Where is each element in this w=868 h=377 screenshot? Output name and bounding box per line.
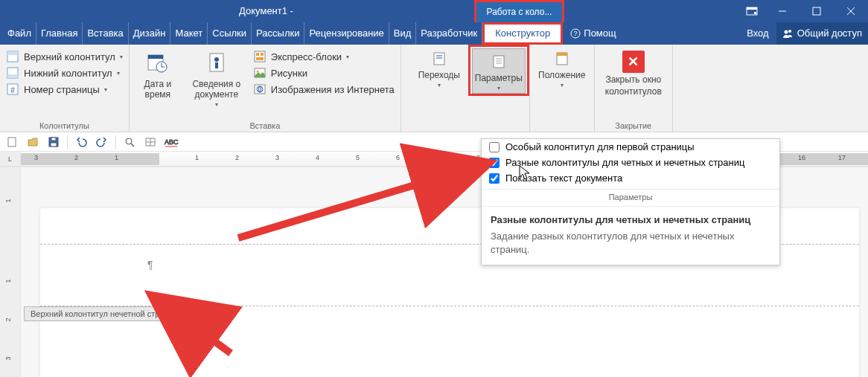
new-icon[interactable] [3,134,21,150]
close-button[interactable] [834,0,868,22]
tab-review[interactable]: Рецензирование [304,22,389,45]
checkbox-odd-even[interactable] [489,158,500,168]
group-insert: Дата и время Сведения о документе▾ Экспр… [130,45,401,132]
header-section-label: Верхний колонтитул нечетной страницы [24,306,191,321]
svg-rect-45 [51,143,57,146]
tab-file[interactable]: Файл [0,22,36,45]
svg-rect-42 [557,53,567,56]
redo-icon[interactable] [93,134,111,150]
svg-text:#: # [10,86,15,94]
group-position: Положение ▾ [529,45,595,132]
svg-rect-26 [256,53,259,56]
tab-view[interactable]: Вид [389,22,417,45]
header-button[interactable]: Верхний колонтитул▾ [4,49,124,64]
title-bar: Документ1 - Word Работа с коло... [0,0,868,22]
doc-info-label: Сведения о документе [188,79,246,100]
tab-references[interactable]: Ссылки [208,22,252,45]
undo-icon[interactable] [72,134,90,150]
tooltip: Разные колонтитулы для четных и нечетных… [482,206,779,265]
designer-highlight: Конструктор [482,22,563,45]
group-insert-label: Вставка [134,120,396,132]
close-line2: колонтитулов [605,86,662,97]
tooltip-title: Разные колонтитулы для четных и нечетных… [491,214,770,225]
spellcheck-icon[interactable]: ABC [162,134,180,150]
svg-rect-14 [7,74,18,78]
option-show-text[interactable]: Показать текст документа [482,170,779,186]
close-icon: ✕ [622,51,645,73]
svg-rect-2 [754,12,756,14]
option-first-page[interactable]: Особый колонтитул для первой страницы [482,139,779,155]
open-icon[interactable] [24,134,42,150]
footer-label: Нижний колонтитул [24,68,112,79]
options-button[interactable]: Параметры ▾ [472,48,526,94]
quick-parts-button[interactable]: Экспресс-блоки▾ [252,49,396,64]
close-header-button[interactable]: ✕ Закрыть окно колонтитулов [599,49,668,97]
tab-design[interactable]: Дизайн [129,22,171,45]
save-icon[interactable] [45,134,63,150]
group-close: ✕ Закрыть окно колонтитулов Закрытие [595,45,673,132]
svg-point-23 [214,57,219,62]
ribbon-display-options-icon[interactable] [738,0,765,22]
option-show-text-label: Показать текст документа [505,173,622,184]
tab-home[interactable]: Главная [36,22,83,45]
help-label: Помощ [584,22,616,45]
tab-designer[interactable]: Конструктор [485,25,561,42]
option-odd-even-label: Разные колонтитулы для четных и нечетных… [505,157,744,168]
context-tool-highlight: Работа с коло... [474,0,565,22]
group-close-label: Закрытие [599,120,668,132]
svg-text:ABC: ABC [165,138,179,146]
svg-rect-18 [148,55,163,59]
option-first-page-label: Особый колонтитул для первой страницы [505,141,695,152]
svg-rect-37 [494,56,504,68]
page-number-button[interactable]: # Номер страницы▾ [4,82,124,97]
ruler-corner[interactable]: L [0,152,21,166]
share-button[interactable]: Общий доступ [776,22,868,45]
checkbox-first-page[interactable] [489,142,500,152]
checkbox-show-text[interactable] [489,173,500,184]
goto-label: Переходы [418,70,460,80]
svg-rect-12 [7,51,18,55]
svg-rect-4 [813,7,820,15]
footer-button[interactable]: Нижний колонтитул▾ [4,65,124,80]
doc-info-button[interactable]: Сведения о документе▾ [188,49,246,108]
goto-button[interactable]: Переходы ▾ [415,49,464,88]
tab-developer[interactable]: Разработчик [416,22,482,45]
popup-section-label: Параметры [482,189,779,206]
header-label: Верхний колонтитул [24,51,115,62]
table-icon[interactable] [141,134,159,150]
position-button[interactable]: Положение ▾ [534,49,590,88]
ribbon: Верхний колонтитул▾ Нижний колонтитул▾ #… [0,45,868,132]
context-tool-tab[interactable]: Работа с коло... [476,2,563,22]
online-pictures-label: Изображения из Интернета [271,84,395,95]
options-popup: Особый колонтитул для первой страницы Ра… [481,138,780,265]
signin-button[interactable]: Вход [739,22,776,45]
svg-text:?: ? [574,30,578,37]
svg-point-9 [784,30,788,34]
options-label: Параметры [475,73,523,83]
tab-layout[interactable]: Макет [170,22,208,45]
tab-mailings[interactable]: Рассылки [252,22,304,45]
print-preview-icon[interactable] [121,134,138,150]
window-controls [765,0,868,22]
share-label: Общий доступ [797,22,862,45]
vertical-ruler[interactable]: 1 1 2 3 [0,167,21,377]
option-odd-even[interactable]: Разные колонтитулы для четных и нечетных… [482,155,779,170]
pictures-button[interactable]: Рисунки [252,65,396,80]
group-nav: Переходы ▾ [410,45,468,132]
tab-help[interactable]: ? Помощ [563,22,623,45]
maximize-button[interactable] [800,0,834,22]
svg-rect-34 [434,53,444,65]
window-title: Документ1 - Word [0,0,298,22]
minimize-button[interactable] [765,0,800,22]
page-number-label: Номер страницы [24,84,100,95]
svg-rect-46 [51,138,56,141]
pilcrow-icon: ¶ [147,259,153,271]
tab-insert[interactable]: Вставка [83,22,128,45]
online-pictures-button[interactable]: Изображения из Интернета [252,82,396,97]
date-time-label: Дата и время [134,79,182,100]
date-time-button[interactable]: Дата и время [134,49,182,100]
svg-point-10 [788,30,791,33]
quick-parts-label: Экспресс-блоки [271,51,342,62]
svg-line-48 [131,144,134,146]
position-label: Положение [538,70,585,80]
